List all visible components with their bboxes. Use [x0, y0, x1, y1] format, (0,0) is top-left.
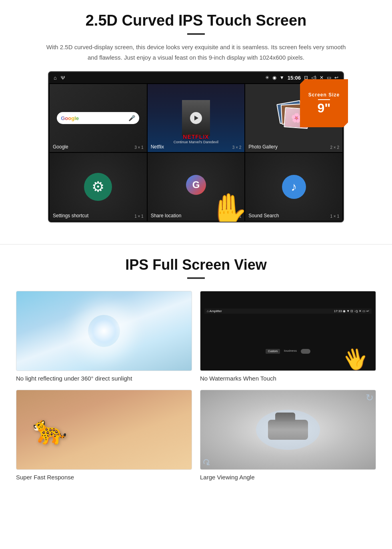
app-cell-share[interactable]: G 🤚 Share location 1 × 1	[148, 153, 245, 221]
sun-glow	[88, 315, 120, 347]
car-oval	[256, 410, 320, 450]
feature-car: ↻ ↻ Large Viewing Angle	[200, 390, 376, 481]
amp-hand-icon: 🖐	[340, 344, 371, 371]
settings-size: 1 × 1	[134, 214, 144, 218]
amp-status-bar: ⌂ Amplifier 17:33 ◉ ▼ ⊡ ◁) ✕ ▭ ↩	[204, 309, 372, 314]
share-label: Share location	[151, 213, 182, 218]
amp-equalizer	[204, 315, 372, 347]
netflix-label: Netflix	[151, 144, 164, 150]
mic-icon: 🎤	[128, 115, 135, 121]
status-left: ⌂ Ψ	[54, 75, 65, 81]
amplifier-image: ⌂ Amplifier 17:33 ◉ ▼ ⊡ ◁) ✕ ▭ ↩ 🖐 C	[200, 291, 376, 371]
car-image: ↻ ↻	[200, 390, 376, 470]
app-cell-settings[interactable]: ⚙ Settings shortcut 1 × 1	[50, 153, 147, 221]
netflix-badge: NETFLIX Continue Marvel's Daredevil	[151, 134, 242, 144]
home-icon: ⌂	[54, 75, 57, 81]
section2-title: IPS Full Screen View	[16, 256, 376, 273]
hand-pointer-icon: 🤚	[208, 191, 248, 222]
screen-mockup-wrapper: Screen Size 9" ⌂ Ψ ✳ ◉ ▼ 15:06 ⊡ ◁) ✕	[48, 71, 344, 222]
app-grid: Google 🎤 Google 3 × 1 NETFLIX	[49, 83, 343, 222]
badge-size: 9"	[318, 102, 331, 114]
play-triangle	[194, 116, 198, 120]
app-cell-netflix[interactable]: NETFLIX Continue Marvel's Daredevil Netf…	[148, 84, 245, 152]
google-search-bar[interactable]: Google 🎤	[57, 112, 139, 124]
title-underline	[187, 33, 205, 35]
app-cell-sound[interactable]: ♪ Sound Search 1 × 1	[245, 153, 342, 221]
music-note-icon: ♪	[291, 180, 297, 194]
section-ips: IPS Full Screen View No light reflecting…	[0, 256, 392, 497]
rotate-arrow-1: ↻	[366, 392, 374, 403]
badge-bar	[318, 99, 330, 100]
android-screen: ⌂ Ψ ✳ ◉ ▼ 15:06 ⊡ ◁) ✕ ▭ ↩	[48, 71, 344, 222]
settings-icon-wrap: ⚙	[84, 173, 112, 201]
sunlight-image	[16, 291, 192, 371]
section-divider	[0, 244, 392, 244]
status-bar: ⌂ Ψ ✳ ◉ ▼ 15:06 ⊡ ◁) ✕ ▭ ↩	[49, 72, 343, 83]
netflix-text: NETFLIX	[151, 134, 242, 140]
gallery-label: Photo Gallery	[248, 144, 278, 150]
gear-icon: ⚙	[92, 178, 104, 195]
cheetah-caption: Super Fast Response	[16, 474, 192, 481]
sunlight-caption: No light reflecting under 360° direct su…	[16, 375, 192, 382]
google-size: 3 × 1	[134, 145, 144, 150]
rotate-arrow-2: ↻	[202, 456, 210, 467]
section1-title: 2.5D Curved IPS Touch Screen	[24, 12, 368, 29]
section2-underline	[187, 277, 205, 279]
netflix-figure	[182, 100, 210, 136]
cheetah-image: 🐆	[16, 390, 192, 470]
amplifier-caption: No Watermarks When Touch	[200, 375, 376, 382]
settings-label: Settings shortcut	[53, 213, 88, 218]
feature-cheetah: 🐆 Super Fast Response	[16, 390, 192, 481]
section1-description: With 2.5D curved-display screen, this de…	[44, 42, 348, 62]
feature-sunlight: No light reflecting under 360° direct su…	[16, 291, 192, 382]
section-curved-screen: 2.5D Curved IPS Touch Screen With 2.5D c…	[0, 0, 392, 232]
amp-preset-btn: Custom	[266, 349, 280, 354]
car-caption: Large Viewing Angle	[200, 474, 376, 481]
wifi-icon: ▼	[280, 75, 284, 80]
feature-grid: No light reflecting under 360° direct su…	[16, 291, 376, 481]
amp-time: 17:33 ◉ ▼ ⊡ ◁) ✕ ▭ ↩	[334, 309, 369, 313]
badge-label: Screen Size	[308, 92, 340, 98]
gallery-size: 2 × 2	[330, 145, 339, 150]
sound-size: 1 × 1	[330, 214, 339, 218]
car-body	[268, 420, 308, 440]
sound-label: Sound Search	[248, 213, 279, 218]
car-roof	[275, 413, 295, 421]
status-time: 15:06	[288, 75, 301, 81]
netflix-size: 3 × 2	[232, 145, 242, 150]
netflix-sub: Continue Marvel's Daredevil	[151, 140, 242, 144]
feature-amplifier: ⌂ Amplifier 17:33 ◉ ▼ ⊡ ◁) ✕ ▭ ↩ 🖐 C	[200, 291, 376, 382]
g-icon: G	[186, 175, 206, 195]
cheetah-icon: 🐆	[32, 413, 67, 446]
screen-size-badge: Screen Size 9"	[300, 79, 348, 127]
amp-toggle[interactable]	[301, 349, 310, 354]
google-logo: Google	[61, 115, 79, 121]
sound-icon-wrap: ♪	[282, 175, 306, 199]
amp-home-icon: ⌂ Amplifier	[207, 309, 222, 313]
location-icon: ◉	[272, 75, 276, 80]
play-button[interactable]	[190, 112, 202, 124]
google-label: Google	[53, 144, 68, 150]
amp-loudness-label: loudness	[284, 349, 297, 354]
app-cell-google[interactable]: Google 🎤 Google 3 × 1	[50, 84, 147, 152]
usb-icon: Ψ	[61, 75, 65, 81]
bluetooth-icon: ✳	[265, 75, 269, 80]
